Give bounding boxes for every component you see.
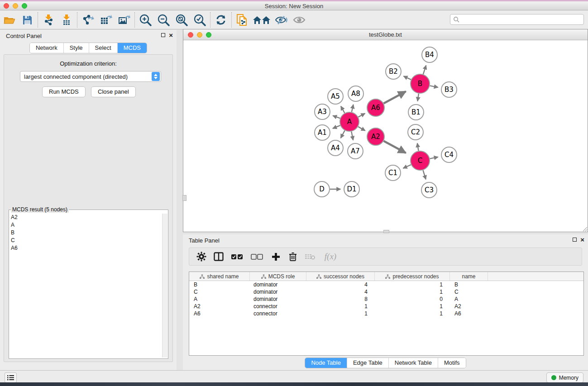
table-settings-button[interactable] [196, 250, 207, 263]
tab-mcds[interactable]: MCDS [117, 43, 147, 53]
edge-C-C4[interactable] [430, 157, 438, 159]
float-panel-icon[interactable] [161, 33, 165, 37]
splitter-handle[interactable] [182, 195, 186, 201]
edge-C-C1[interactable] [403, 165, 411, 168]
result-item[interactable]: C [10, 237, 162, 244]
edge-B-B3[interactable] [430, 86, 438, 87]
deselect-all-button[interactable] [250, 250, 264, 263]
memory-button[interactable]: Memory [546, 372, 583, 383]
node-A2[interactable]: A2 [367, 128, 384, 145]
table-cell[interactable]: B [189, 281, 250, 288]
show-column-button[interactable] [213, 250, 225, 263]
column-header-successor-nodes[interactable]: successor nodes [306, 272, 375, 281]
node-table[interactable]: shared nameMCDS rolesuccessor nodesprede… [189, 272, 584, 356]
edge-B-B2[interactable] [403, 76, 411, 80]
refresh-button[interactable] [212, 12, 230, 28]
import-network-button[interactable] [39, 12, 57, 28]
table-row[interactable]: Bdominator41B [189, 281, 583, 288]
table-cell[interactable]: 1 [375, 303, 450, 310]
add-column-button[interactable] [270, 250, 282, 263]
table-row[interactable]: A6connector11A6 [189, 310, 583, 317]
resize-grip-icon[interactable] [581, 225, 588, 232]
table-cell[interactable]: 1 [375, 310, 450, 317]
tab-node-table[interactable]: Node Table [305, 358, 347, 368]
tab-select[interactable]: Select [89, 43, 117, 53]
select-all-button[interactable] [230, 250, 244, 263]
edge-A-A5[interactable] [341, 106, 344, 113]
edge-B-B4[interactable] [423, 65, 426, 74]
edge-B-B1[interactable] [417, 94, 418, 101]
open-session-button[interactable] [0, 12, 18, 28]
table-cell[interactable]: C [189, 289, 250, 295]
node-D[interactable]: D [314, 181, 330, 197]
tab-network-table[interactable]: Network Table [388, 358, 438, 368]
result-item[interactable]: B [10, 229, 162, 237]
table-cell[interactable]: C [450, 289, 488, 295]
table-cell[interactable]: connector [250, 303, 306, 310]
tab-edge-table[interactable]: Edge Table [347, 358, 388, 368]
result-item[interactable]: A2 [10, 214, 162, 221]
column-header-predecessor-nodes[interactable]: predecessor nodes [375, 272, 450, 281]
search-field[interactable] [450, 14, 584, 25]
delete-table-button[interactable] [304, 250, 316, 263]
table-cell[interactable]: connector [250, 310, 306, 317]
node-A[interactable]: A [340, 112, 359, 131]
edge-A6-B[interactable] [384, 91, 406, 103]
tab-network[interactable]: Network [30, 43, 63, 53]
result-item[interactable]: A6 [10, 244, 162, 252]
clone-network-button[interactable] [233, 12, 251, 28]
table-cell[interactable]: 4 [306, 289, 375, 295]
hide-graphics-button[interactable] [272, 12, 290, 28]
task-history-button[interactable] [5, 372, 17, 383]
node-C3[interactable]: C3 [421, 182, 437, 198]
float-panel-icon[interactable] [573, 238, 577, 242]
import-table-button[interactable] [57, 12, 76, 28]
network-canvas[interactable]: AA1A2A3A4A5A6A7A8BB1B2B3B4CC1C2C3C4DD1 [183, 40, 588, 232]
column-header-name[interactable]: name [450, 272, 488, 281]
close-panel-icon[interactable]: × [169, 33, 173, 38]
houses-button[interactable] [251, 12, 272, 28]
table-cell[interactable]: 1 [375, 281, 450, 288]
edge-A-A8[interactable] [352, 105, 354, 112]
edge-A2-C[interactable] [384, 141, 406, 153]
edge-A-A1[interactable] [333, 125, 340, 129]
column-header-mcds-role[interactable]: MCDS role [250, 272, 306, 281]
table-cell[interactable]: 1 [306, 310, 375, 317]
node-A3[interactable]: A3 [315, 104, 330, 119]
node-B2[interactable]: B2 [386, 64, 401, 79]
edge-A-A3[interactable] [333, 115, 340, 118]
table-row[interactable]: Cdominator41C [189, 288, 583, 295]
export-table-button[interactable] [97, 12, 115, 28]
node-A7[interactable]: A7 [348, 143, 363, 159]
node-C[interactable]: C [411, 151, 430, 170]
table-cell[interactable]: A6 [189, 310, 250, 317]
table-row[interactable]: A2connector11A2 [189, 303, 583, 310]
table-row[interactable]: Adominator80A [189, 295, 583, 303]
node-C4[interactable]: C4 [441, 147, 457, 162]
delete-column-button[interactable] [287, 250, 299, 263]
table-cell[interactable]: 1 [375, 289, 450, 295]
table-cell[interactable]: A6 [450, 310, 488, 317]
node-C2[interactable]: C2 [408, 124, 423, 140]
node-C1[interactable]: C1 [385, 165, 401, 181]
search-input[interactable] [459, 15, 583, 24]
table-cell[interactable]: dominator [250, 289, 306, 295]
close-panel-icon[interactable]: × [580, 237, 584, 242]
zoom-fit-button[interactable] [172, 12, 191, 28]
splitter-handle[interactable] [383, 230, 389, 233]
result-item[interactable]: A [10, 221, 162, 229]
node-D1[interactable]: D1 [344, 181, 359, 197]
edge-A-A4[interactable] [341, 130, 345, 138]
node-B[interactable]: B [411, 74, 430, 93]
export-network-button[interactable] [79, 12, 97, 28]
table-cell[interactable]: A [189, 296, 250, 302]
save-session-button[interactable] [18, 12, 36, 28]
zoom-in-button[interactable] [136, 12, 154, 28]
edge-A-A6[interactable] [358, 114, 365, 117]
edge-C-C2[interactable] [417, 143, 419, 151]
table-cell[interactable]: A2 [450, 303, 488, 310]
node-A6[interactable]: A6 [367, 99, 384, 116]
column-header-shared-name[interactable]: shared name [189, 272, 250, 281]
table-cell[interactable]: 8 [306, 296, 375, 302]
edge-A-A2[interactable] [358, 127, 365, 131]
